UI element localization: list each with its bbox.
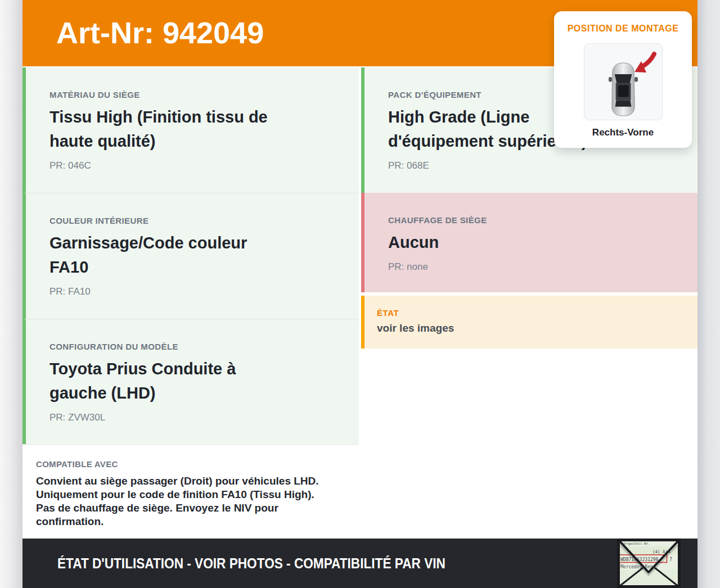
card-model-config: CONFIGURATION DU MODÈLE Toyota Prius Con… bbox=[22, 319, 359, 444]
seat-material-value: Tissu High (Finition tissu de haute qual… bbox=[50, 105, 339, 153]
page: Art-Nr: 942049 MATÉRIAU DU SIÈGE Tissu H… bbox=[0, 0, 720, 588]
vin-envelope-stamp: Fahrgestell-Nr. |4| AiA WDB71463J31298 7… bbox=[617, 539, 681, 588]
interior-color-value: Garnissage/Code couleur FA10 bbox=[50, 231, 339, 279]
interior-color-label: COULEUR INTÉRIEURE bbox=[50, 216, 339, 225]
seat-heating-value: Aucun bbox=[388, 230, 677, 255]
card-condition: ÉTAT voir les images bbox=[361, 296, 698, 349]
envelope-icon: Fahrgestell-Nr. |4| AiA WDB71463J31298 7… bbox=[617, 539, 681, 588]
car-diagram-box bbox=[584, 43, 663, 120]
side-gutter-left bbox=[0, 0, 22, 588]
mounting-position-card: POSITION DE MONTAGE bbox=[554, 11, 692, 148]
seat-material-pr: PR: 046C bbox=[50, 160, 339, 171]
card-seat-heating: CHAUFFAGE DE SIÈGE Aucun PR: none bbox=[361, 193, 698, 292]
mounting-position-caption: Rechts-Vorne bbox=[554, 127, 692, 138]
card-interior-color: COULEUR INTÉRIEURE Garnissage/Code coule… bbox=[22, 193, 359, 319]
condition-value: voir les images bbox=[377, 322, 686, 335]
footer-bar: ÉTAT D'UTILISATION - VOIR PHOTOS - COMPA… bbox=[22, 539, 698, 588]
seat-heating-pr: PR: none bbox=[388, 261, 677, 273]
red-arrow-icon bbox=[633, 52, 658, 74]
card-compatibility: COMPATIBLE AVEC Convient au siège passag… bbox=[22, 444, 359, 539]
seat-heating-label: CHAUFFAGE DE SIÈGE bbox=[388, 215, 677, 225]
side-gutter-right bbox=[698, 0, 720, 588]
compatibility-label: COMPATIBLE AVEC bbox=[36, 459, 342, 469]
footer-text: ÉTAT D'UTILISATION - VOIR PHOTOS - COMPA… bbox=[57, 555, 446, 572]
card-seat-material: MATÉRIAU DU SIÈGE Tissu High (Finition t… bbox=[22, 67, 359, 193]
content-area: Art-Nr: 942049 MATÉRIAU DU SIÈGE Tissu H… bbox=[22, 0, 698, 588]
art-number-title: Art-Nr: 942049 bbox=[56, 15, 264, 50]
model-config-value: Toyota Prius Conduite à gauche (LHD) bbox=[50, 357, 339, 405]
vin-suffix: 7 bbox=[669, 557, 672, 562]
model-config-label: CONFIGURATION DU MODÈLE bbox=[50, 342, 339, 351]
seat-material-label: MATÉRIAU DU SIÈGE bbox=[50, 90, 339, 99]
model-config-pr: PR: ZVW30L bbox=[50, 412, 339, 423]
compatibility-text: Convient au siège passager (Droit) pour … bbox=[36, 474, 356, 528]
mounting-position-title: POSITION DE MONTAGE bbox=[554, 24, 692, 34]
interior-color-pr: PR: FA10 bbox=[50, 286, 339, 297]
condition-label: ÉTAT bbox=[377, 308, 686, 318]
equipment-pack-pr: PR: 068E bbox=[388, 160, 677, 171]
